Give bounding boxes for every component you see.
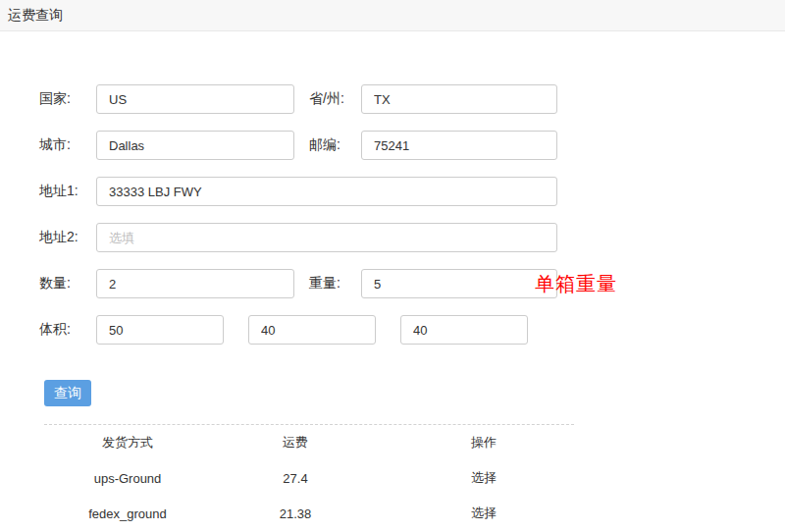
shipping-results-table: 发货方式 运费 操作 ups-Ground 27.4 选择 fedex_grou… — [44, 425, 588, 531]
method-cell: ups-Ground — [44, 460, 211, 496]
header-fee: 运费 — [211, 425, 380, 460]
volume-width-input[interactable] — [248, 315, 376, 345]
state-input[interactable] — [361, 84, 557, 114]
page-title: 运费查询 — [8, 7, 63, 23]
quantity-input[interactable] — [96, 269, 294, 298]
page-header: 运费查询 — [0, 0, 785, 31]
weight-input[interactable] — [361, 269, 557, 298]
address2-label: 地址2: — [39, 229, 96, 246]
row-city-zip: 城市: 邮编: — [39, 131, 785, 160]
header-action: 操作 — [380, 425, 588, 460]
select-link[interactable]: 选择 — [471, 505, 497, 520]
city-label: 城市: — [39, 136, 96, 154]
weight-per-box-hint: 单箱重量 — [535, 271, 617, 297]
shipping-query-form: 国家: 省/州: 城市: 邮编: 地址1: 地址2: 数量: 重量: 单箱重量 … — [0, 31, 785, 406]
table-row: fedex_ground 21.38 选择 — [44, 496, 588, 531]
state-label: 省/州: — [309, 90, 361, 108]
method-cell: fedex_ground — [44, 496, 211, 531]
row-quantity-weight: 数量: 重量: 单箱重量 — [39, 269, 785, 298]
address2-input[interactable] — [96, 223, 557, 252]
select-link[interactable]: 选择 — [471, 470, 497, 485]
row-volume: 体积: — [39, 315, 785, 345]
row-country-state: 国家: 省/州: — [39, 84, 785, 114]
fee-cell: 21.38 — [211, 496, 380, 531]
quantity-label: 数量: — [39, 275, 96, 293]
results-header-row: 发货方式 运费 操作 — [44, 425, 588, 460]
row-address1: 地址1: — [39, 177, 785, 206]
weight-label: 重量: — [309, 275, 361, 293]
header-shipping-method: 发货方式 — [44, 425, 211, 460]
row-address2: 地址2: — [39, 223, 785, 252]
address1-input[interactable] — [96, 177, 557, 206]
volume-height-input[interactable] — [400, 315, 528, 345]
volume-label: 体积: — [39, 321, 96, 339]
address1-label: 地址1: — [39, 183, 96, 200]
zip-label: 邮编: — [309, 136, 361, 154]
query-button[interactable]: 查询 — [44, 380, 91, 406]
button-row: 查询 — [44, 380, 785, 406]
zip-input[interactable] — [361, 131, 557, 160]
volume-length-input[interactable] — [96, 315, 224, 345]
fee-cell: 27.4 — [211, 460, 380, 496]
city-input[interactable] — [96, 131, 294, 160]
country-input[interactable] — [96, 84, 294, 114]
country-label: 国家: — [39, 90, 96, 108]
table-row: ups-Ground 27.4 选择 — [44, 460, 588, 496]
